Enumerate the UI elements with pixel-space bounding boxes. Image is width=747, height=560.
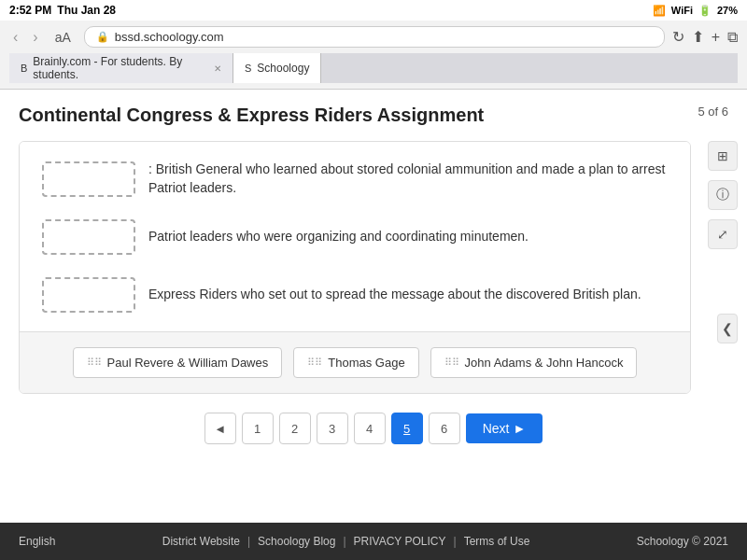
footer-links: District Website | Schoology Blog | PRIV… <box>162 535 530 548</box>
grip-icon-3: ⠿⠿ <box>444 357 459 369</box>
refresh-button[interactable]: ↻ <box>672 28 684 46</box>
clue-text-3: Express Riders who set out to spread the… <box>148 286 641 304</box>
table-icon-button[interactable]: ⊞ <box>708 141 738 171</box>
clues-section: : British General who learned about stor… <box>20 142 690 331</box>
forward-button[interactable]: › <box>29 27 41 48</box>
share-button[interactable]: ⬆ <box>692 28 704 46</box>
page-4-button[interactable]: 4 <box>354 413 386 444</box>
lock-icon: 🔒 <box>96 31 109 43</box>
clue-row-3: Express Riders who set out to spread the… <box>42 277 668 313</box>
browser-chrome: ‹ › aA 🔒 bssd.schoology.com ↻ ⬆ + ⧉ B Br… <box>0 21 747 90</box>
signal-icon: 📶 <box>653 5 666 17</box>
tab-brainly-label: Brainly.com - For students. By students. <box>33 55 204 81</box>
footer-copyright: Schoology © 2021 <box>637 535 728 548</box>
clue-text-2: Patriot leaders who were organizing and … <box>148 228 529 246</box>
schoology-icon: S <box>245 63 251 74</box>
page-counter: 5 of 6 <box>698 105 728 119</box>
drop-zone-3[interactable] <box>42 277 135 313</box>
back-button[interactable]: ‹ <box>9 27 21 48</box>
chip-john-adams[interactable]: ⠿⠿ John Adams & John Hancock <box>430 347 638 378</box>
chips-section: ⠿⠿ Paul Revere & William Dawes ⠿⠿ Thomas… <box>20 331 690 393</box>
footer-district-link[interactable]: District Website <box>162 535 240 548</box>
drop-zone-2[interactable] <box>42 219 135 255</box>
brainly-icon: B <box>21 63 27 74</box>
page-6-button[interactable]: 6 <box>429 413 460 444</box>
page-title: Continental Congress & Express Riders As… <box>19 105 484 126</box>
battery-level: 27% <box>717 5 738 16</box>
wifi-icon: WiFi <box>671 5 693 16</box>
page-content: Continental Congress & Express Riders As… <box>0 90 747 523</box>
next-button[interactable]: Next ► <box>466 413 543 443</box>
grip-icon: ⠿⠿ <box>87 357 102 369</box>
clue-row-2: Patriot leaders who were organizing and … <box>42 219 668 255</box>
info-icon-button[interactable]: ⓘ <box>708 180 738 210</box>
footer-terms-link[interactable]: Terms of Use <box>464 535 530 548</box>
address-bar[interactable]: 🔒 bssd.schoology.com <box>84 26 665 48</box>
nav-bar: ‹ › aA 🔒 bssd.schoology.com ↻ ⬆ + ⧉ <box>9 26 738 48</box>
clue-row-1: : British General who learned about stor… <box>42 161 668 197</box>
sidebar-icons: ⊞ ⓘ ⤢ <box>708 141 738 249</box>
pagination: ◄ 1 2 3 4 5 6 Next ► <box>19 413 728 444</box>
date: Thu Jan 28 <box>57 4 116 17</box>
clue-text-1: : British General who learned about stor… <box>148 161 668 197</box>
page-header: Continental Congress & Express Riders As… <box>19 105 728 126</box>
page-3-button[interactable]: 3 <box>317 413 348 444</box>
add-tab-button[interactable]: + <box>712 29 720 46</box>
chip-john-label: John Adams & John Hancock <box>465 356 624 370</box>
collapse-sidebar-button[interactable]: ❮ <box>717 314 738 343</box>
drop-zone-1[interactable] <box>42 161 135 197</box>
footer-language: English <box>19 535 55 548</box>
footer: English District Website | Schoology Blo… <box>0 523 747 560</box>
tabs-button[interactable]: ⧉ <box>727 29 738 46</box>
assignment-card: : British General who learned about stor… <box>19 141 691 394</box>
chip-paul-label: Paul Revere & William Dawes <box>107 356 269 370</box>
footer-blog-link[interactable]: Schoology Blog <box>258 535 335 548</box>
reader-mode-button[interactable]: aA <box>49 28 77 47</box>
chip-paul-revere[interactable]: ⠿⠿ Paul Revere & William Dawes <box>73 347 283 378</box>
expand-icon-button[interactable]: ⤢ <box>708 219 738 249</box>
browser-tabs: B Brainly.com - For students. By student… <box>9 53 738 83</box>
battery-icon: 🔋 <box>698 5 712 17</box>
chip-thomas-gage[interactable]: ⠿⠿ Thomas Gage <box>293 347 418 378</box>
time: 2:52 PM <box>9 4 51 17</box>
chip-thomas-label: Thomas Gage <box>328 356 404 370</box>
grip-icon-2: ⠿⠿ <box>307 357 322 369</box>
footer-privacy-link[interactable]: PRIVACY POLICY <box>354 535 446 548</box>
tab-brainly[interactable]: B Brainly.com - For students. By student… <box>9 53 233 83</box>
prev-page-button[interactable]: ◄ <box>204 413 236 444</box>
page-5-button[interactable]: 5 <box>391 413 423 444</box>
tab-schoology[interactable]: S Schoology <box>233 53 321 83</box>
close-brainly-tab[interactable]: ✕ <box>214 63 221 74</box>
page-1-button[interactable]: 1 <box>242 413 274 444</box>
tab-schoology-label: Schoology <box>257 62 309 75</box>
url-text: bssd.schoology.com <box>115 30 224 44</box>
page-2-button[interactable]: 2 <box>279 413 311 444</box>
status-bar: 2:52 PM Thu Jan 28 📶 WiFi 🔋 27% <box>0 0 747 21</box>
